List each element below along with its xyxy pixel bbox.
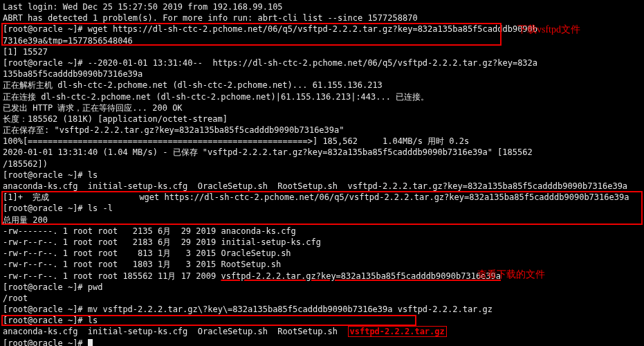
- file-3: -rw-r--r--. 1 root root 813 1月 3 2015 Or…: [3, 248, 641, 259]
- wget-cmd-2: 7316e39a&tmp=1577856548046: [3, 35, 641, 46]
- highlighted-filename: vsftpd-2.2.2.tar.gz?key=832a135ba85f5cad…: [221, 271, 501, 281]
- lsl-cmd: [root@oracle ~]# ls -l: [3, 203, 641, 214]
- saving-line: 正在保存至: "vsftpd-2.2.2.tar.gz?key=832a135b…: [3, 125, 641, 136]
- wget-start-2: 135ba85f5cadddb9090b7316e39a: [3, 69, 641, 80]
- file-5: -rw-r--r--. 1 root root 185562 11月 17 20…: [3, 271, 641, 282]
- ls-out-2: anaconda-ks.cfg initial-setup-ks.cfg Ora…: [3, 326, 641, 337]
- pwd-cmd: [root@oracle ~]# pwd: [3, 282, 641, 293]
- ls-out: anaconda-ks.cfg initial-setup-ks.cfg Ora…: [3, 181, 641, 192]
- wget-start: [root@oracle ~]# --2020-01-01 13:31:40--…: [3, 57, 641, 69]
- total-line: 总用量 200: [3, 215, 641, 226]
- file-4: -rw-r--r--. 1 root root 1803 1月 3 2015 R…: [3, 259, 641, 270]
- renamed-file: vsftpd-2.2.2.tar.gz: [348, 326, 447, 337]
- length-line: 长度：185562 (181K) [application/octet-stre…: [3, 113, 641, 125]
- saved-line: 2020-01-01 13:31:40 (1.04 MB/s) - 已保存 "v…: [3, 147, 641, 158]
- saved-line-2: /185562]): [3, 158, 641, 170]
- progress-line: 100%[===================================…: [3, 136, 641, 147]
- login-line: Last login: Wed Dec 25 15:27:50 2019 fro…: [3, 1, 641, 12]
- wget-cmd-1: [root@oracle ~]# wget https://dl-sh-ctc-…: [3, 24, 641, 35]
- ls-cmd: [root@oracle ~]# ls: [3, 170, 641, 181]
- terminal-output[interactable]: Last login: Wed Dec 25 15:27:50 2019 fro…: [3, 1, 641, 346]
- done-line: [1]+ 完成 wget https://dl-sh-ctc-2.pchome.…: [3, 192, 641, 203]
- file-2: -rw-r--r--. 1 root root 2183 6月 29 2019 …: [3, 237, 641, 248]
- pid-line: [1] 15527: [3, 46, 641, 57]
- resolve-line: 正在解析主机 dl-sh-ctc-2.pchome.net (dl-sh-ctc…: [3, 80, 641, 91]
- ls-cmd-2: [root@oracle ~]# ls: [3, 315, 641, 326]
- abrt-line: ABRT has detected 1 problem(s). For more…: [3, 12, 641, 24]
- file-1: -rw-------. 1 root root 2135 6月 29 2019 …: [3, 226, 641, 237]
- mv-cmd: [root@oracle ~]# mv vsftpd-2.2.2.tar.gz\…: [3, 304, 641, 315]
- connect-line: 正在连接 dl-sh-ctc-2.pchome.net (dl-sh-ctc-2…: [3, 91, 641, 102]
- pwd-out: /root: [3, 293, 641, 304]
- prompt-line[interactable]: [root@oracle ~]#: [3, 338, 641, 346]
- cursor-icon: [88, 339, 93, 346]
- http-line: 已发出 HTTP 请求，正在等待回应... 200 OK: [3, 102, 641, 113]
